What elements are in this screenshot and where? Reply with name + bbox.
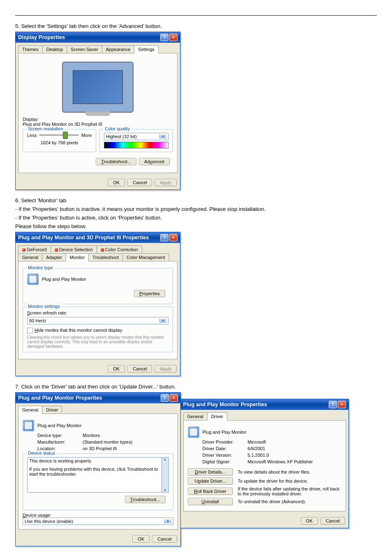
tab-driver[interactable]: Driver <box>42 406 62 414</box>
help-icon[interactable]: ? <box>160 234 168 241</box>
step6a-text: - If the 'Properties' button is inactive… <box>15 206 377 212</box>
refresh-label: Screen refresh rate: <box>27 310 168 315</box>
details-text: To view details about the driver files. <box>238 469 341 474</box>
monitor-props-driver: Plug and Play Monitor Properties ?× Gene… <box>180 399 349 528</box>
color-select[interactable]: Highest (32 bit)▼ <box>104 133 168 140</box>
cancel-button[interactable]: Cancel <box>127 179 152 186</box>
update-driver-button[interactable]: Update Driver... <box>188 477 233 485</box>
refresh-select[interactable]: 60 Hertz▼ <box>27 317 168 324</box>
ok-button[interactable]: OK <box>108 179 125 186</box>
advanced-button[interactable]: Advanced <box>139 158 170 165</box>
monitor-icon <box>23 420 34 431</box>
tab-driver[interactable]: Driver <box>207 412 227 421</box>
troubleshoot-button[interactable]: Troubleshoot... <box>125 496 166 503</box>
tab-colormanagement[interactable]: Color Management <box>122 253 169 261</box>
date-value: 6/6/2001 <box>248 446 265 451</box>
monitor-name: Plug and Play Monitor <box>42 277 86 282</box>
tab-troubleshoot[interactable]: Troubleshoot <box>88 253 123 261</box>
close-icon[interactable]: × <box>169 34 178 41</box>
cancel-button[interactable]: Cancel <box>127 365 152 372</box>
rollback-text: If the device fails after updating the d… <box>238 486 341 496</box>
help-icon[interactable]: ? <box>160 34 168 41</box>
status-text: This device is working properly. <box>29 458 167 463</box>
dlg1-title: Display Properties <box>18 34 65 40</box>
ver-value: 5.1.2001.0 <box>248 453 269 458</box>
color-bar <box>104 142 168 148</box>
monitor-type-legend: Monitor type <box>26 265 55 270</box>
display-properties-dialog: Display Properties ?× Themes Desktop Scr… <box>15 32 180 190</box>
step6c-text: Please follow the steps below. <box>15 223 377 229</box>
res-more: More <box>81 133 92 138</box>
monitor-settings-legend: Monitor settings <box>26 304 62 309</box>
driver-details-button[interactable]: Driver Details... <box>188 468 233 476</box>
tab-monitor[interactable]: Monitor <box>66 253 89 261</box>
properties-button[interactable]: Properties <box>134 290 165 297</box>
tab-deviceselection[interactable]: Device Selection <box>51 245 97 253</box>
uninstall-text: To uninstall the driver (Advanced). <box>238 499 341 504</box>
tab-geforce3[interactable]: GeForce3 <box>18 245 51 253</box>
manu-label: Manufacturer: <box>37 439 83 444</box>
dlg4-title: Plug and Play Monitor Properties <box>183 401 267 407</box>
hide-modes-note: Clearing this check box allows you to se… <box>27 335 168 349</box>
update-text: To update the driver for this device. <box>238 479 341 483</box>
monitor-props-general: Plug and Play Monitor Properties ?× Gene… <box>15 392 181 546</box>
usage-label: Device usage: <box>23 513 173 518</box>
sign-value: Microsoft Windows XP Publisher <box>248 459 313 464</box>
tab-desktop[interactable]: Desktop <box>42 45 67 53</box>
hide-modes-label: ide modes that this monitor cannot displ… <box>38 328 122 333</box>
monitor-icon <box>188 426 199 438</box>
tab-colorcorrection[interactable]: Color Correction <box>97 245 142 253</box>
manu-value: (Standard monitor types) <box>83 439 132 444</box>
usage-select[interactable]: Use this device (enable)▼ <box>23 518 173 525</box>
close-icon[interactable]: × <box>170 394 178 402</box>
tab-appearance[interactable]: Appearance <box>102 45 134 53</box>
prov-value: Microsoft <box>248 439 266 444</box>
monitor-preview <box>62 62 134 113</box>
resolution-value: 1024 by 768 pixels <box>27 140 92 145</box>
apply-button: Apply <box>154 179 177 186</box>
ok-button[interactable]: OK <box>132 535 150 543</box>
help-icon[interactable]: ? <box>161 394 169 402</box>
rollback-button[interactable]: Roll Back Driver <box>188 488 233 495</box>
step7-text: 7. Click on the 'Driver' tab and then cl… <box>15 384 377 390</box>
step6-text: 6. Select 'Monitor' tab <box>15 197 377 204</box>
color-legend: Color quality <box>103 126 131 131</box>
uninstall-button[interactable]: Uninstall <box>188 498 233 505</box>
dlg2-title: Plug and Play Monitor and 3D Prophet III… <box>18 234 149 240</box>
scrollbar[interactable]: ▲▼ <box>161 458 168 492</box>
device-name: Plug and Play Monitor <box>37 423 82 428</box>
apply-button: Apply <box>154 365 177 372</box>
step5-text: 5. Select the 'Settings' tab then click … <box>15 23 377 29</box>
tab-general[interactable]: General <box>18 406 42 414</box>
ok-button[interactable]: OK <box>108 365 125 372</box>
resolution-legend: Screen resolution <box>26 126 65 131</box>
tab-adapter[interactable]: Adapter <box>42 253 66 261</box>
close-icon[interactable]: × <box>338 401 346 408</box>
cancel-button[interactable]: Cancel <box>321 517 345 525</box>
device-name: Plug and Play Monitor <box>203 430 247 435</box>
step6b-text: - If the 'Properties' button is active, … <box>15 215 377 221</box>
ver-label: Driver Version: <box>203 453 248 458</box>
dlg3-title: Plug and Play Monitor Properties <box>18 395 102 401</box>
resolution-slider[interactable] <box>39 134 79 136</box>
tab-general[interactable]: General <box>18 253 42 261</box>
sign-label: Digital Signer: <box>203 459 248 464</box>
status-legend: Device status <box>26 451 57 456</box>
res-less: Less <box>27 133 37 138</box>
close-icon[interactable]: × <box>169 234 178 241</box>
tab-settings[interactable]: Settings <box>134 45 159 53</box>
loc-value: on 3D Prophet III <box>83 446 117 451</box>
monitor-prophet-dialog: Plug and Play Monitor and 3D Prophet III… <box>15 232 180 376</box>
type-label: Device type: <box>37 433 83 438</box>
type-value: Monitors <box>83 433 100 438</box>
help-icon[interactable]: ? <box>329 401 337 408</box>
ok-button[interactable]: OK <box>301 517 318 525</box>
tab-screensaver[interactable]: Screen Saver <box>67 45 102 53</box>
cancel-button[interactable]: Cancel <box>152 535 177 543</box>
tab-general[interactable]: General <box>183 412 208 420</box>
troubleshoot-button[interactable]: TTroubleshoot...roubleshoot... <box>96 158 136 165</box>
tab-themes[interactable]: Themes <box>18 45 43 53</box>
hide-modes-checkbox[interactable] <box>27 328 33 333</box>
status-help: If you are having problems with this dev… <box>29 467 167 476</box>
date-label: Driver Date: <box>203 446 248 451</box>
